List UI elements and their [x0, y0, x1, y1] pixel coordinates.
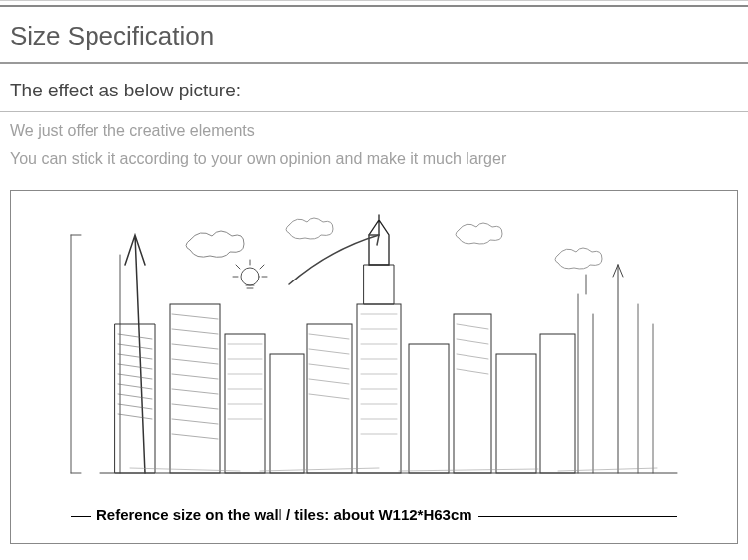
sub-heading: The effect as below picture:	[0, 64, 748, 111]
description-line-2: You can stick it according to your own o…	[0, 144, 748, 184]
top-rules	[0, 0, 748, 7]
city-sketch-icon	[41, 205, 707, 483]
description-line-1: We just offer the creative elements	[0, 112, 748, 144]
reference-size-text: Reference size on the wall / tiles: abou…	[91, 506, 478, 523]
svg-rect-8	[540, 334, 575, 473]
svg-rect-3	[307, 324, 352, 473]
svg-point-9	[241, 268, 259, 285]
svg-rect-7	[496, 354, 536, 473]
rule-light	[0, 0, 748, 1]
illustration-box: Reference size on the wall / tiles: abou…	[10, 190, 738, 544]
svg-rect-5	[409, 344, 449, 473]
svg-rect-6	[454, 314, 491, 473]
page-title: Size Specification	[0, 7, 748, 62]
svg-rect-2	[270, 354, 304, 473]
